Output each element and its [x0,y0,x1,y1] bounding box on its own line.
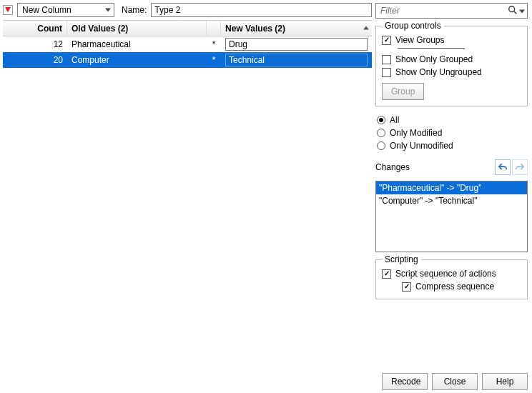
change-item[interactable]: "Pharmaceutical" -> "Drug" [376,181,527,194]
group-controls-box: Group controls View Groups Show Only Gro… [375,26,528,106]
sort-indicator-icon [363,25,369,32]
disclosure-toggle[interactable] [3,5,13,15]
show-only-grouped-label: Show Only Grouped [395,54,473,64]
radio-all-label: All [390,115,399,125]
table-header: Count Old Values (2) New Values (2) [3,21,372,36]
column-type-combo[interactable]: New Column [17,3,114,17]
script-sequence-checkbox[interactable]: Script sequence of actions [382,267,521,280]
svg-marker-2 [363,26,369,29]
new-value-input[interactable] [225,38,368,51]
radio-only-modified[interactable]: Only Modified [377,126,528,139]
col-header-count[interactable]: Count [3,21,67,36]
scripting-title: Scripting [382,254,421,264]
show-only-grouped-checkbox[interactable]: Show Only Grouped [382,53,521,66]
changes-list[interactable]: "Pharmaceutical" -> "Drug""Computer" -> … [375,181,528,252]
changes-label: Changes [375,162,410,172]
view-groups-checkbox[interactable]: View Groups [382,34,521,46]
col-header-star [207,21,221,36]
show-only-ungrouped-checkbox[interactable]: Show Only Ungrouped [382,66,521,79]
checkbox-icon [382,269,391,279]
svg-marker-1 [105,9,111,12]
col-header-new-text: New Values (2) [225,24,285,34]
view-groups-label: View Groups [395,35,444,45]
recode-table: Count Old Values (2) New Values (2) 12Ph… [3,20,372,68]
col-header-old[interactable]: Old Values (2) [67,21,207,36]
search-icon[interactable] [508,5,518,17]
cell-new-value[interactable] [221,52,372,68]
compress-sequence-label: Compress sequence [415,282,494,292]
redo-button[interactable] [512,159,528,175]
filter-radios: All Only Modified Only Unmodified [375,111,528,152]
cell-count: 12 [3,36,67,52]
name-input[interactable] [151,3,372,17]
svg-point-3 [509,6,515,11]
chevron-down-icon [101,4,114,16]
divider [398,48,465,49]
checkbox-icon [382,68,391,77]
change-item[interactable]: "Computer" -> "Technical" [376,194,527,207]
group-controls-title: Group controls [382,21,444,31]
cell-modified-marker: * [207,36,221,52]
name-label: Name: [122,5,147,15]
radio-icon [377,129,385,137]
radio-icon [377,116,385,124]
radio-only-unmodified-label: Only Unmodified [390,141,453,151]
close-button[interactable]: Close [432,373,478,390]
script-sequence-label: Script sequence of actions [395,269,496,279]
group-button[interactable]: Group [382,83,424,100]
cell-old-value: Pharmaceutical [67,36,207,52]
table-row[interactable]: 12Pharmaceutical* [3,36,372,52]
recode-button[interactable]: Recode [382,373,428,390]
svg-marker-5 [519,10,525,14]
cell-new-value[interactable] [221,36,372,52]
table-row[interactable]: 20Computer* [3,52,372,68]
radio-icon [377,141,385,150]
cell-count: 20 [3,52,67,68]
radio-only-unmodified[interactable]: Only Unmodified [377,139,528,152]
scripting-box: Scripting Script sequence of actions Com… [375,259,528,299]
new-value-input[interactable] [225,54,368,66]
filter-input[interactable] [375,3,528,19]
help-button[interactable]: Help [482,373,528,390]
compress-sequence-checkbox[interactable]: Compress sequence [402,280,521,293]
cell-old-value: Computer [67,52,207,68]
svg-marker-0 [5,7,11,12]
radio-all[interactable]: All [377,114,528,126]
checkbox-icon [382,36,391,45]
chevron-down-icon[interactable] [519,6,525,16]
radio-only-modified-label: Only Modified [390,128,442,138]
undo-button[interactable] [495,159,511,175]
col-header-new[interactable]: New Values (2) [221,21,372,36]
combo-value: New Column [18,5,101,15]
checkbox-icon [402,282,411,292]
show-only-ungrouped-label: Show Only Ungrouped [395,67,482,77]
checkbox-icon [382,55,391,64]
svg-line-4 [514,11,517,14]
cell-modified-marker: * [207,52,221,68]
